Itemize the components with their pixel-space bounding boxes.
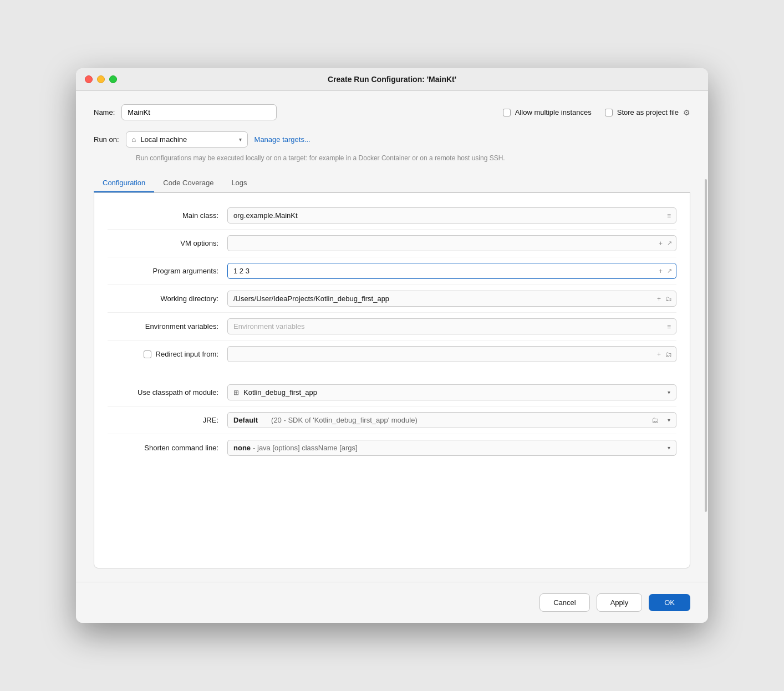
module-chevron-icon: ▾ — [668, 389, 670, 395]
store-project-item: Store as project file ⚙ — [605, 108, 690, 117]
tabs-bar: Configuration Code Coverage Logs — [94, 174, 690, 192]
checkboxes-row: Allow multiple instances Store as projec… — [503, 108, 690, 117]
ok-button[interactable]: OK — [649, 594, 690, 611]
traffic-lights — [85, 75, 117, 83]
run-on-dropdown[interactable]: ⌂ Local machine ▾ — [126, 131, 248, 148]
tab-logs[interactable]: Logs — [222, 174, 256, 192]
program-args-add-icon[interactable]: + — [659, 267, 663, 275]
house-icon: ⌂ — [132, 135, 136, 144]
shorten-label: Shorten command line: — [108, 444, 218, 452]
tab-code-coverage[interactable]: Code Coverage — [154, 174, 222, 192]
working-dir-icons: + 🗂 — [657, 295, 672, 303]
redirect-row: Redirect input from: + 🗂 — [108, 340, 676, 368]
vm-options-row: VM options: + ↗ — [108, 229, 676, 257]
main-content: Name: Allow multiple instances Store as … — [76, 91, 708, 582]
dialog-window: Create Run Configuration: 'MainKt' Name:… — [76, 68, 708, 623]
store-project-label: Store as project file — [617, 108, 679, 116]
name-section: Name: — [94, 104, 277, 120]
store-project-checkbox[interactable] — [605, 109, 613, 116]
program-args-label: Program arguments: — [108, 267, 218, 275]
module-label: Use classpath of module: — [108, 388, 218, 397]
maximize-button[interactable] — [109, 75, 117, 83]
shorten-chevron-icon: ▾ — [668, 445, 670, 451]
jre-folder-icon[interactable]: 🗂 — [651, 416, 659, 424]
redirect-input[interactable] — [227, 346, 676, 362]
env-vars-input[interactable] — [227, 318, 676, 334]
program-args-row: Program arguments: + ↗ — [108, 257, 676, 284]
jre-chevron-icon: ▾ — [668, 417, 670, 423]
allow-multiple-item: Allow multiple instances — [503, 108, 592, 116]
working-dir-folder-icon[interactable]: 🗂 — [665, 295, 672, 303]
shorten-dropdown[interactable]: none - java [options] className [args] ▾ — [227, 440, 676, 456]
title-bar: Create Run Configuration: 'MainKt' — [76, 68, 708, 91]
manage-targets-link[interactable]: Manage targets... — [254, 135, 310, 144]
program-args-input[interactable] — [227, 263, 676, 279]
redirect-checkbox[interactable] — [144, 350, 151, 358]
jre-label: JRE: — [108, 416, 218, 424]
jre-detail-text: (20 - SDK of 'Kotlin_debug_first_app' mo… — [271, 416, 418, 424]
env-vars-icon[interactable]: ≡ — [667, 323, 671, 331]
allow-multiple-checkbox[interactable] — [503, 109, 511, 116]
top-row: Name: Allow multiple instances Store as … — [94, 104, 690, 120]
vm-options-wrapper: + ↗ — [227, 235, 676, 251]
form-section: Main class: ≡ VM options: + ↗ — [94, 192, 690, 568]
vm-options-add-icon[interactable]: + — [659, 240, 663, 247]
main-class-label: Main class: — [108, 211, 218, 220]
redirect-folder-icon[interactable]: 🗂 — [665, 350, 672, 358]
jre-dropdown[interactable]: Default (20 - SDK of 'Kotlin_debug_first… — [227, 412, 676, 428]
apply-button[interactable]: Apply — [597, 593, 643, 612]
name-label: Name: — [94, 108, 115, 116]
vm-options-expand-icon[interactable]: ↗ — [667, 240, 672, 247]
hint-text: Run configurations may be executed local… — [136, 153, 690, 163]
tab-configuration[interactable]: Configuration — [94, 174, 154, 192]
cancel-button[interactable]: Cancel — [539, 593, 589, 612]
name-input[interactable] — [121, 104, 277, 120]
minimize-button[interactable] — [97, 75, 105, 83]
shorten-detail-text: - java [options] className [args] — [253, 444, 668, 452]
working-dir-row: Working directory: + 🗂 — [108, 284, 676, 312]
working-dir-add-icon[interactable]: + — [657, 295, 661, 303]
run-on-row: Run on: ⌂ Local machine ▾ Manage targets… — [94, 131, 690, 148]
scrollbar[interactable] — [704, 68, 708, 623]
scrollbar-thumb[interactable] — [705, 179, 707, 512]
module-icon: ⊞ — [233, 389, 239, 397]
run-on-label: Run on: — [94, 135, 119, 144]
vm-options-icons: + ↗ — [659, 240, 672, 247]
allow-multiple-label: Allow multiple instances — [515, 108, 592, 116]
working-dir-input[interactable] — [227, 291, 676, 307]
working-dir-label: Working directory: — [108, 294, 218, 303]
window-title: Create Run Configuration: 'MainKt' — [328, 75, 456, 84]
env-vars-label: Environment variables: — [108, 322, 218, 331]
browse-icon[interactable]: ≡ — [667, 212, 671, 220]
redirect-wrapper: + 🗂 — [227, 346, 676, 362]
shorten-row: Shorten command line: none - java [optio… — [108, 434, 676, 461]
module-value: Kotlin_debug_first_app — [243, 388, 663, 397]
module-row: Use classpath of module: ⊞ Kotlin_debug_… — [108, 379, 676, 406]
footer: Cancel Apply OK — [76, 582, 708, 623]
working-dir-wrapper: + 🗂 — [227, 291, 676, 307]
program-args-expand-icon[interactable]: ↗ — [667, 267, 672, 275]
spacer — [108, 368, 676, 379]
module-dropdown[interactable]: ⊞ Kotlin_debug_first_app ▾ — [227, 384, 676, 400]
program-args-wrapper: + ↗ — [227, 263, 676, 279]
program-args-icons: + ↗ — [659, 267, 672, 275]
env-vars-wrapper: ≡ — [227, 318, 676, 334]
redirect-icons: + 🗂 — [657, 350, 672, 358]
redirect-label: Redirect input from: — [156, 350, 218, 358]
main-class-input[interactable] — [227, 207, 676, 223]
redirect-add-icon[interactable]: + — [657, 350, 661, 358]
jre-default-text: Default — [233, 416, 258, 424]
main-class-row: Main class: ≡ — [108, 202, 676, 229]
close-button[interactable] — [85, 75, 93, 83]
main-class-wrapper: ≡ — [227, 207, 676, 223]
gear-icon[interactable]: ⚙ — [683, 108, 690, 117]
vm-options-label: VM options: — [108, 239, 218, 247]
chevron-down-icon: ▾ — [239, 136, 242, 143]
shorten-none-text: none — [233, 444, 251, 452]
jre-row: JRE: Default (20 - SDK of 'Kotlin_debug_… — [108, 406, 676, 434]
env-vars-row: Environment variables: ≡ — [108, 312, 676, 340]
vm-options-input[interactable] — [227, 235, 676, 251]
redirect-label-section: Redirect input from: — [108, 350, 218, 358]
run-on-value: Local machine — [140, 135, 234, 144]
